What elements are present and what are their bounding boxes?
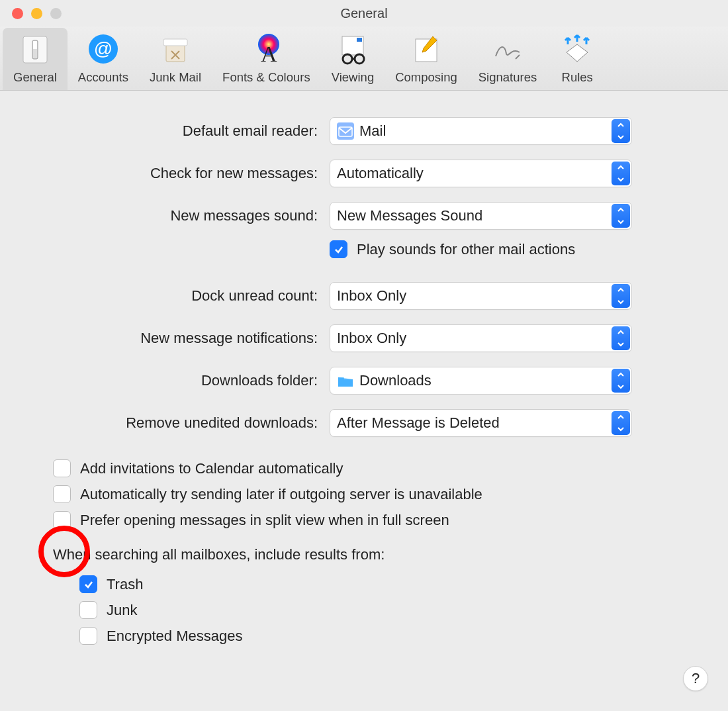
- downloads-folder-label: Downloads folder:: [46, 372, 330, 389]
- downloads-folder-select[interactable]: Downloads: [330, 367, 632, 395]
- select-value: Automatically: [337, 165, 424, 182]
- svg-text:A: A: [261, 42, 277, 66]
- tab-junk-mail[interactable]: Junk Mail: [139, 28, 212, 90]
- tab-label: Junk Mail: [150, 70, 201, 85]
- sound-select[interactable]: New Messages Sound: [330, 202, 632, 230]
- select-stepper-icon: [612, 326, 630, 350]
- split-view-checkbox[interactable]: [53, 511, 71, 529]
- select-value: Downloads: [359, 372, 432, 389]
- accounts-icon: @: [84, 32, 122, 66]
- tab-label: Composing: [395, 70, 457, 85]
- select-stepper-icon: [612, 204, 630, 228]
- select-value: New Messages Sound: [337, 207, 482, 224]
- select-stepper-icon: [612, 411, 630, 435]
- svg-point-12: [355, 54, 364, 64]
- select-stepper-icon: [612, 162, 630, 185]
- notifications-label: New message notifications:: [46, 330, 330, 347]
- tab-label: Signatures: [478, 70, 537, 85]
- search-junk-label: Junk: [107, 602, 137, 619]
- tab-fonts-colours[interactable]: A Fonts & Colours: [212, 28, 321, 90]
- general-pane: Default email reader: Mail Check for new…: [0, 91, 728, 645]
- svg-rect-5: [166, 44, 185, 62]
- search-results-header: When searching all mailboxes, include re…: [53, 546, 682, 563]
- sound-label: New messages sound:: [46, 207, 330, 224]
- tab-label: Viewing: [332, 70, 374, 85]
- check-messages-label: Check for new messages:: [46, 165, 330, 182]
- search-encrypted-label: Encrypted Messages: [107, 628, 242, 645]
- search-trash-label: Trash: [107, 576, 143, 593]
- junk-mail-icon: [156, 32, 195, 66]
- tab-label: Rules: [562, 70, 593, 85]
- select-value: Inbox Only: [337, 287, 406, 305]
- play-sounds-label: Play sounds for other mail actions: [357, 241, 575, 258]
- play-sounds-checkbox[interactable]: [330, 240, 347, 258]
- titlebar: General: [0, 0, 728, 26]
- tab-signatures[interactable]: Signatures: [468, 28, 547, 90]
- select-stepper-icon: [612, 369, 630, 393]
- svg-rect-10: [357, 38, 362, 42]
- auto-send-later-label: Automatically try sending later if outgo…: [80, 486, 482, 503]
- tab-viewing[interactable]: Viewing: [321, 28, 385, 90]
- dock-unread-label: Dock unread count:: [46, 287, 330, 305]
- remove-downloads-label: Remove unedited downloads:: [46, 414, 330, 432]
- composing-icon: [407, 32, 445, 66]
- select-stepper-icon: [612, 119, 630, 143]
- default-reader-label: Default email reader:: [46, 122, 330, 140]
- folder-icon: [337, 372, 354, 389]
- help-button[interactable]: ?: [683, 666, 708, 691]
- tab-label: General: [13, 70, 57, 85]
- default-reader-select[interactable]: Mail: [330, 117, 632, 145]
- notifications-select[interactable]: Inbox Only: [330, 324, 632, 352]
- svg-rect-14: [337, 122, 354, 140]
- mail-app-icon: [337, 122, 354, 140]
- tab-rules[interactable]: Rules: [547, 28, 607, 90]
- select-value: After Message is Deleted: [337, 414, 500, 432]
- search-trash-checkbox[interactable]: [79, 575, 97, 593]
- svg-text:@: @: [94, 38, 113, 59]
- svg-point-11: [343, 54, 352, 64]
- add-invitations-checkbox[interactable]: [53, 459, 71, 477]
- add-invitations-label: Add invitations to Calendar automaticall…: [80, 460, 343, 477]
- svg-rect-6: [163, 39, 187, 46]
- tab-label: Fonts & Colours: [222, 70, 310, 85]
- general-icon: [16, 32, 54, 66]
- dock-unread-select[interactable]: Inbox Only: [330, 282, 632, 310]
- remove-downloads-select[interactable]: After Message is Deleted: [330, 409, 632, 437]
- search-junk-checkbox[interactable]: [79, 601, 97, 619]
- rules-icon: [558, 32, 596, 66]
- svg-rect-2: [33, 41, 37, 49]
- tab-general[interactable]: General: [3, 28, 68, 90]
- select-value: Mail: [359, 122, 386, 140]
- select-value: Inbox Only: [337, 330, 406, 347]
- preferences-toolbar: General @ Accounts Junk Mail A Fonts & C…: [0, 26, 728, 91]
- tab-label: Accounts: [78, 70, 128, 85]
- auto-send-later-checkbox[interactable]: [53, 485, 71, 503]
- help-icon: ?: [692, 670, 700, 687]
- tab-composing[interactable]: Composing: [385, 28, 468, 90]
- check-messages-select[interactable]: Automatically: [330, 160, 632, 187]
- fonts-colours-icon: A: [247, 32, 285, 66]
- select-stepper-icon: [612, 284, 630, 308]
- search-encrypted-checkbox[interactable]: [79, 627, 97, 645]
- preferences-window: General General @ Accounts Junk Mail A F…: [0, 0, 728, 711]
- split-view-label: Prefer opening messages in split view wh…: [80, 512, 449, 529]
- window-title: General: [0, 6, 728, 21]
- viewing-icon: [334, 32, 372, 66]
- tab-accounts[interactable]: @ Accounts: [68, 28, 139, 90]
- signatures-icon: [488, 32, 527, 66]
